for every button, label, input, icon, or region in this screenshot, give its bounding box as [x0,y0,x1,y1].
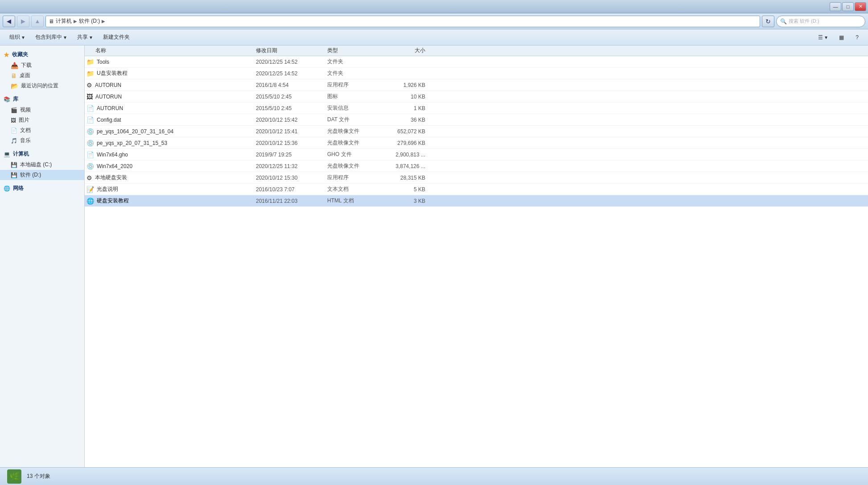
computer-header[interactable]: 💻 计算机 [0,148,84,160]
table-row[interactable]: 💿 Win7x64_2020 2020/12/25 11:32 光盘映像文件 3… [85,160,868,172]
file-date-cell: 2020/12/25 11:32 [256,163,327,169]
include-label: 包含到库中 [35,33,62,41]
file-date-cell: 2020/12/25 14:52 [256,59,327,65]
table-row[interactable]: 💿 pe_yqs_xp_20_07_31_15_53 2020/10/12 15… [85,137,868,149]
table-row[interactable]: 💿 pe_yqs_1064_20_07_31_16_04 2020/10/12 … [85,126,868,137]
table-row[interactable]: 🌐 硬盘安装教程 2016/11/21 22:03 HTML 文档 3 KB [85,195,868,207]
sidebar-item-music[interactable]: 🎵 音乐 [0,136,84,146]
picture-label: 图片 [19,116,29,124]
computer-label: 计算机 [13,150,29,158]
file-type-cell: 文件夹 [327,70,381,77]
file-size-cell: 5 KB [381,186,434,193]
share-arrow: ▾ [90,34,92,41]
status-bar: 🌿 13 个对象 [0,467,868,485]
view-arrow: ▾ [825,34,827,41]
table-row[interactable]: 🖼 AUTORUN 2015/5/10 2:45 图标 10 KB [85,91,868,103]
search-bar[interactable]: 🔍 搜索 软件 (D:) [776,16,865,27]
sidebar-item-software-d[interactable]: 💾 软件 (D:) [0,170,84,180]
toolbar-right: ☰ ▾ ▦ ? [813,31,864,44]
table-row[interactable]: 📁 U盘安装教程 2020/12/25 14:52 文件夹 [85,68,868,79]
table-row[interactable]: ⚙ AUTORUN 2016/1/8 4:54 应用程序 1,926 KB [85,79,868,91]
help-button[interactable]: ? [851,31,864,44]
table-row[interactable]: 📄 AUTORUN 2015/5/10 2:45 安装信息 1 KB [85,103,868,114]
table-row[interactable]: 📄 Config.dat 2020/10/12 15:42 DAT 文件 36 … [85,114,868,126]
view-icon: ☰ [818,34,823,41]
file-name-cell: 🌐 硬盘安装教程 [86,197,256,205]
desktop-label: 桌面 [20,72,30,79]
file-size-cell: 652,072 KB [381,128,434,135]
up-button[interactable]: ▲ [31,16,44,27]
network-header[interactable]: 🌐 网络 [0,183,84,194]
column-type[interactable]: 类型 [327,47,381,54]
file-name-text: Config.dat [97,117,121,123]
forward-button[interactable]: ▶ [17,16,29,27]
desktop-icon: 🖥 [11,72,17,79]
column-name[interactable]: 名称 [86,47,256,54]
file-size-cell: 3,874,126 ... [381,163,434,169]
back-button[interactable]: ◀ [3,16,15,27]
sidebar-item-recent[interactable]: 📂 最近访问的位置 [0,81,84,91]
video-label: 视频 [20,106,31,114]
library-label: 库 [13,95,18,103]
details-view-button[interactable]: ▦ [834,31,849,44]
library-section: 📚 库 🎬 视频 🖼 图片 📄 文档 🎵 音乐 [0,94,84,146]
file-type-cell: GHO 文件 [327,151,381,158]
table-row[interactable]: ⚙ 本地硬盘安装 2020/10/12 15:30 应用程序 28,315 KB [85,172,868,184]
close-button[interactable]: ✕ [855,2,866,11]
sidebar-item-video[interactable]: 🎬 视频 [0,105,84,115]
file-type-icon: 💿 [86,128,94,135]
organize-arrow: ▾ [22,34,25,41]
file-name-text: Win7x64_2020 [97,163,132,169]
sidebar-item-download[interactable]: 📥 下载 [0,60,84,70]
table-row[interactable]: 📁 Tools 2020/12/25 14:52 文件夹 [85,56,868,68]
column-size[interactable]: 大小 [381,47,434,54]
breadcrumb-drive[interactable]: 软件 (D:) [79,17,100,25]
breadcrumb-arrow1: ▶ [74,19,77,24]
file-type-cell: HTML 文档 [327,197,381,205]
file-type-icon: ⚙ [86,82,92,89]
address-bar: ◀ ▶ ▲ 🖥 计算机 ▶ 软件 (D:) ▶ ↻ 🔍 搜索 软件 (D:) [0,13,868,29]
file-date-cell: 2016/1/8 4:54 [256,82,327,88]
sidebar-item-doc[interactable]: 📄 文档 [0,125,84,136]
share-label: 共享 [77,33,88,41]
details-icon: ▦ [839,34,844,41]
file-type-icon: 📄 [86,105,94,112]
minimize-button[interactable]: — [830,2,841,11]
share-button[interactable]: 共享 ▾ [72,31,97,44]
file-name-cell: 📄 Win7x64.gho [86,151,256,158]
file-size-cell: 10 KB [381,94,434,100]
table-row[interactable]: 📄 Win7x64.gho 2019/9/7 19:25 GHO 文件 2,90… [85,149,868,160]
music-label: 音乐 [20,137,31,144]
new-folder-button[interactable]: 新建文件夹 [98,31,135,44]
file-date-cell: 2020/10/12 15:42 [256,117,327,123]
file-name-cell: ⚙ AUTORUN [86,82,256,89]
organize-button[interactable]: 组织 ▾ [4,31,29,44]
main-layout: ★ 收藏夹 📥 下载 🖥 桌面 📂 最近访问的位置 📚 库 [0,45,868,467]
file-type-cell: 图标 [327,93,381,100]
include-library-button[interactable]: 包含到库中 ▾ [30,31,71,44]
file-size-cell: 279,696 KB [381,140,434,146]
library-header[interactable]: 📚 库 [0,94,84,105]
file-type-cell: DAT 文件 [327,116,381,123]
sidebar-item-picture[interactable]: 🖼 图片 [0,115,84,125]
file-name-cell: 💿 pe_yqs_1064_20_07_31_16_04 [86,128,256,135]
column-date[interactable]: 修改日期 [256,47,327,54]
back-icon: ◀ [7,18,11,25]
sidebar-item-desktop[interactable]: 🖥 桌面 [0,70,84,81]
file-size-cell: 3 KB [381,198,434,204]
sidebar-item-local-c[interactable]: 💾 本地磁盘 (C:) [0,160,84,170]
table-row[interactable]: 📝 光盘说明 2016/10/23 7:07 文本文档 5 KB [85,184,868,195]
window-controls: — □ ✕ [830,2,866,11]
breadcrumb-computer[interactable]: 计算机 [56,17,72,25]
maximize-button[interactable]: □ [842,2,854,11]
search-icon: 🔍 [780,18,787,25]
refresh-button[interactable]: ↻ [762,16,774,27]
new-folder-label: 新建文件夹 [103,33,130,41]
file-date-cell: 2019/9/7 19:25 [256,152,327,158]
favorites-header[interactable]: ★ 收藏夹 [0,49,84,60]
search-placeholder: 搜索 软件 (D:) [789,18,819,25]
status-count: 13 个对象 [27,473,50,480]
breadcrumb[interactable]: 🖥 计算机 ▶ 软件 (D:) ▶ [45,16,760,27]
view-button[interactable]: ☰ ▾ [813,31,832,44]
file-name-text: 硬盘安装教程 [97,197,129,205]
